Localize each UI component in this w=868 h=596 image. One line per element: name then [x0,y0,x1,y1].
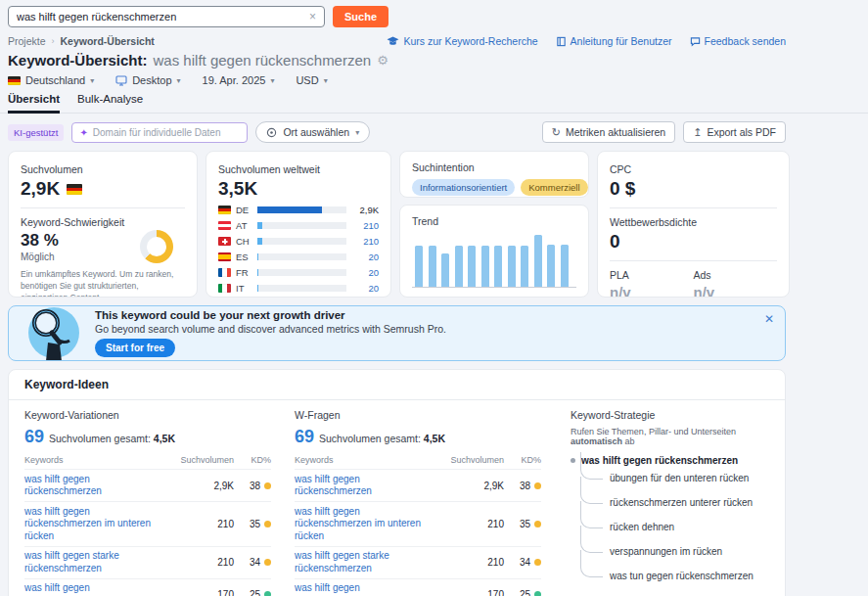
country-bar-track [257,206,346,213]
breadcrumb-current: Keyword-Übersicht [61,35,155,47]
refresh-metrics-button[interactable]: ↻ Metriken aktualisieren [542,121,675,143]
export-pdf-button[interactable]: ↥ Export als PDF [683,121,786,143]
difficulty-row: 38 % Möglich [21,230,185,263]
location-select-label: Ort auswählen [283,126,349,138]
clear-search-icon[interactable]: × [301,10,324,23]
domain-input[interactable] [93,127,241,138]
currency-filter[interactable]: USD ▾ [296,74,327,86]
cpc-label: CPC [610,163,777,175]
keyword-volume: 210 [173,519,234,529]
country-volume-value[interactable]: 20 [351,283,379,294]
strategy-child: übungen für den unteren rücken [580,466,769,490]
cpc-card: CPC 0 $ Wettbewerbsdichte 0 PLA n/v Ads … [597,151,790,298]
kd-value: 34 [520,557,530,568]
start-for-free-button[interactable]: Start for free [95,339,175,357]
refresh-icon: ↻ [552,127,561,138]
keyword-count[interactable]: 69 [24,427,44,447]
keyword-ideas-panel: Keyword-Ideen Keyword-Variationen 69 Suc… [8,369,786,596]
country-volume-value[interactable]: 2,9K [351,205,379,215]
country-volume-value[interactable]: 210 [351,236,379,247]
manual-link[interactable]: Anleitung für Benutzer [556,35,672,47]
keyword-count[interactable]: 69 [295,427,314,447]
strategy-child: verspannungen im rücken [580,539,769,564]
keyword-volume: 170 [173,589,234,596]
strategy-child-label[interactable]: übungen für den unteren rücken [610,473,749,483]
country-bar-track [257,253,346,260]
trend-bar [521,246,528,287]
feedback-link[interactable]: Feedback senden [690,35,786,47]
trend-bar [534,235,542,287]
strategy-root-label: was hilft gegen rückenschmerzen [581,455,738,466]
breadcrumb-projects[interactable]: Projekte [8,35,46,47]
total-volume-label: Suchvolumen gesamt: 4,5K [319,433,445,444]
strategy-child-label[interactable]: verspannungen im rücken [610,546,722,557]
trend-chart [412,235,576,288]
country-bar-fill [257,206,322,213]
total-volume-label: Suchvolumen gesamt: 4,5K [49,433,175,444]
total-volume-value: 4,5K [424,433,445,444]
keyword-link[interactable]: was hilft gegen starke rückenschmerzen [24,550,173,574]
trend-card: Trend [399,205,589,298]
country-bar-track [257,238,346,245]
intent-card: Suchintention Informationsorientiert Kom… [399,151,589,198]
kd-dot-icon [264,482,271,489]
global-volume-value: 3,5K [218,178,379,200]
ads-value: n/v [694,284,778,298]
country-flag-icon [218,206,231,214]
difficulty-label: Keyword-Schwierigkeit [21,216,185,228]
strategy-tree: was hilft gegen rückenschmerzen übungen … [571,455,769,588]
header-keywords: Keywords [24,455,173,465]
intent-badge[interactable]: Kommerziell [521,179,587,196]
course-link[interactable]: Kurs zur Keyword-Recherche [387,35,537,47]
country-volume-value[interactable]: 20 [351,267,379,278]
strategy-heading: Keyword-Strategie [571,409,769,421]
keyword-link[interactable]: was hilft gegen rückenschmerzen im unter… [24,506,173,543]
keyword-kd: 35 [234,519,271,529]
keyword-volume: 210 [443,557,504,568]
header-suchvolumen: Suchvolumen [443,455,504,465]
strategy-desc-bold: automatisch [571,436,622,446]
date-filter-label: 19. Apr. 2025 [203,74,266,86]
country-filter-label: Deutschland [25,74,85,86]
country-bar-fill [257,238,262,245]
device-filter[interactable]: Desktop ▾ [115,74,180,86]
intent-badge[interactable]: Informationsorientiert [412,179,515,196]
keyword-kd: 25 [234,589,271,596]
date-filter[interactable]: 19. Apr. 2025 ▾ [203,74,275,86]
country-filter[interactable]: Deutschland ▾ [8,74,94,86]
search-input[interactable] [9,11,301,23]
promo-title: This keyword could be your next growth d… [95,309,446,321]
trend-bar [468,246,476,287]
keyword-link[interactable]: was hilft gegen rückenschmerzen hausmitt… [295,582,443,596]
keyword-rows: was hilft gegen rückenschmerzen 2,9K 38 … [295,469,541,596]
country-volume-value[interactable]: 210 [351,220,379,231]
keyword-link[interactable]: was hilft gegen rückenschmerzen hausmitt… [24,582,173,596]
search-button[interactable]: Suche [333,6,388,27]
strategy-child-label[interactable]: was tun gegen rückenschmerzen [610,571,754,581]
currency-filter-label: USD [296,74,318,86]
keyword-ideas-title: Keyword-Ideen [9,370,785,400]
difficulty-level: Möglich [21,252,59,262]
tab-bulk-analyse[interactable]: Bulk-Analyse [77,93,143,114]
chevron-down-icon: ▾ [177,76,181,85]
keyword-link[interactable]: was hilft gegen starke rückenschmerzen [295,550,443,574]
gear-icon[interactable]: ⚙ [377,54,388,67]
keyword-link[interactable]: was hilft gegen rückenschmerzen [295,474,443,498]
strategy-child-label[interactable]: rücken dehnen [610,522,674,532]
strategy-child-label[interactable]: rückenschmerzen unterer rücken [610,497,753,508]
keyword-strategy-column: Keyword-Strategie Rufen Sie Themen, Pill… [571,409,769,596]
tab-uebersicht[interactable]: Übersicht [8,93,60,114]
keyword-link[interactable]: was hilft gegen rückenschmerzen [24,474,173,498]
close-icon[interactable]: ✕ [764,313,774,325]
country-volume-value[interactable]: 20 [351,252,379,262]
chevron-down-icon: ▾ [324,76,328,85]
trend-bar [455,246,463,287]
keyword-column: W-Fragen 69 Suchvolumen gesamt: 4,5K Key… [295,409,541,596]
strategy-child: was tun gegen rückenschmerzen [580,564,769,588]
pla-block: PLA n/v [610,269,694,298]
kd-dot-icon [264,521,271,527]
export-icon: ↥ [693,127,702,138]
location-select-button[interactable]: Ort auswählen ▾ [255,121,370,143]
country-bar-track [257,285,346,292]
keyword-link[interactable]: was hilft gegen rückenschmerzen im unter… [295,506,443,543]
